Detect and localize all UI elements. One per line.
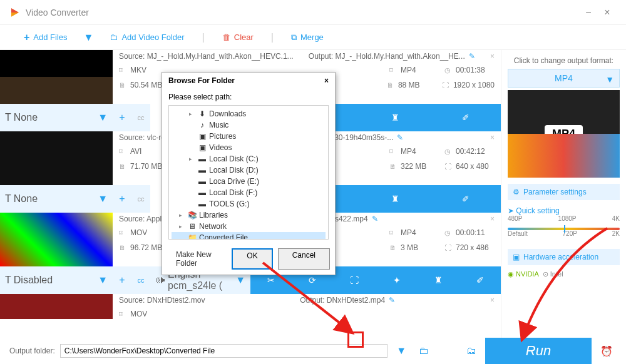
effects-icon[interactable]: ✦: [393, 275, 401, 285]
edit-icon[interactable]: ✎: [397, 133, 403, 142]
trash-icon: 🗑: [222, 33, 230, 42]
add-files-dropdown-icon[interactable]: ▼: [84, 32, 94, 43]
subtitle-select[interactable]: TNone▼: [0, 185, 113, 213]
parameter-settings-button[interactable]: ⚙Parameter settings: [508, 184, 620, 200]
dialog-cancel-button[interactable]: Cancel: [278, 248, 330, 270]
format-icon: ⌑: [119, 310, 128, 318]
close-button[interactable]: ×: [598, 7, 617, 18]
path-dropdown-icon[interactable]: ▼: [393, 345, 410, 356]
edit-icon[interactable]: ✎: [372, 215, 378, 223]
hardware-accel-button[interactable]: ▣Hardware acceleration: [508, 249, 620, 265]
browse-folder-icon[interactable]: 🗀: [415, 345, 433, 356]
clear-button[interactable]: 🗑Clear: [217, 30, 259, 44]
edit-pen-icon[interactable]: ✐: [462, 194, 470, 204]
remove-item-icon[interactable]: ×: [490, 133, 495, 142]
folder-tree[interactable]: ▸⬇Downloads♪Music▣Pictures▣Videos▸▬Local…: [168, 105, 329, 240]
tree-node[interactable]: ▸🖥Network: [172, 221, 326, 232]
chevron-down-icon: ▼: [605, 74, 614, 84]
video-thumbnail[interactable]: [0, 50, 113, 104]
expand-icon[interactable]: ▸: [179, 212, 185, 218]
output-size: 322 MB: [401, 162, 426, 171]
output-format: MP4: [401, 66, 416, 74]
tree-node[interactable]: ▸📚Libraries: [172, 210, 326, 221]
tree-node[interactable]: ♪Music: [172, 119, 326, 131]
add-files-button[interactable]: +Add Files: [19, 29, 73, 46]
edit-pen-icon[interactable]: ✐: [476, 275, 484, 285]
add-subtitle-button[interactable]: +: [113, 104, 131, 131]
edit-pen-icon[interactable]: ✐: [462, 113, 470, 123]
subtitle-select[interactable]: TDisabled▼: [0, 266, 113, 294]
edit-icon[interactable]: ✎: [469, 52, 475, 61]
output-format-select[interactable]: MP4▼: [508, 69, 620, 88]
slider-handle[interactable]: [564, 225, 565, 233]
tree-node[interactable]: ▸⬇Downloads: [172, 108, 326, 119]
expand-icon[interactable]: ▸: [179, 223, 185, 230]
output-format: MP4: [401, 228, 416, 237]
chevron-down-icon: ▼: [98, 193, 108, 205]
video-thumbnail[interactable]: [0, 131, 113, 185]
tree-node[interactable]: ▬Local Disk (F:): [172, 187, 326, 198]
quality-slider[interactable]: [508, 228, 620, 230]
video-thumbnail[interactable]: [0, 294, 113, 319]
output-size: 3 MB: [401, 243, 418, 252]
add-subtitle-button[interactable]: +: [113, 266, 131, 294]
add-subtitle-button[interactable]: +: [113, 185, 131, 213]
tree-node[interactable]: ▣Videos: [172, 142, 326, 153]
tree-node[interactable]: ▣Pictures: [172, 131, 326, 142]
merge-button[interactable]: ⧉Merge: [286, 30, 329, 45]
nvidia-logo: ◉ NVIDIA: [508, 270, 539, 278]
minimize-button[interactable]: −: [579, 7, 598, 18]
format-preview[interactable]: MP4: [508, 90, 620, 178]
titlebar: Video Converter − ×: [0, 0, 626, 25]
expand-icon[interactable]: ▸: [189, 111, 195, 117]
output-format: MP4: [401, 147, 416, 156]
subtitle-icon: T: [5, 275, 11, 286]
node-icon: ♪: [198, 121, 207, 129]
node-icon: 📚: [188, 211, 197, 220]
open-folder-icon[interactable]: 🗂: [463, 345, 480, 356]
node-label: Local Disk (D:): [209, 166, 259, 174]
node-icon: ▬: [198, 166, 207, 174]
tree-node[interactable]: ▬Loca Drive (E:): [172, 176, 326, 187]
rotate-icon[interactable]: ⟳: [309, 275, 316, 285]
node-label: Downloads: [209, 109, 246, 118]
cc-button[interactable]: cc: [131, 104, 150, 131]
crop-icon[interactable]: ⛶: [350, 275, 359, 285]
dialog-close-icon[interactable]: ×: [324, 76, 329, 85]
merge-icon: ⧉: [291, 33, 297, 43]
cut-icon[interactable]: ✂: [267, 275, 275, 285]
source-name: DNxHDtest2.mov: [147, 296, 205, 305]
cc-button[interactable]: cc: [131, 266, 150, 294]
output-folder-input[interactable]: [60, 344, 387, 358]
dialog-ok-button[interactable]: OK: [232, 248, 272, 270]
remove-item-icon[interactable]: ×: [490, 52, 495, 61]
tree-node[interactable]: ▸▬Local Disk (C:): [172, 153, 326, 164]
run-button[interactable]: Run: [485, 338, 592, 364]
expand-icon[interactable]: ▸: [189, 156, 195, 162]
node-icon: ▣: [198, 143, 207, 152]
size-icon: 🗎: [119, 244, 128, 251]
node-label: Local Disk (F:): [209, 188, 257, 197]
make-new-folder-button[interactable]: Make New Folder: [172, 248, 227, 270]
video-thumbnail[interactable]: [0, 213, 113, 266]
clock-icon: ◷: [444, 148, 453, 156]
app-title: Video Converter: [26, 8, 89, 18]
remove-item-icon[interactable]: ×: [490, 215, 495, 223]
watermark-icon[interactable]: ♜: [391, 113, 399, 123]
gpu-brands: ◉ NVIDIA ⊙ Intel: [508, 270, 620, 278]
node-label: TOOLS (G:): [209, 200, 249, 208]
tree-node[interactable]: ▬TOOLS (G:): [172, 198, 326, 210]
add-folder-button[interactable]: 🗀Add Video Folder: [105, 30, 189, 44]
watermark-icon[interactable]: ♜: [391, 194, 399, 204]
tree-node[interactable]: ▬Local Disk (D:): [172, 164, 326, 176]
remove-item-icon[interactable]: ×: [490, 296, 495, 305]
cc-button[interactable]: cc: [131, 185, 150, 213]
subtitle-select[interactable]: TNone▼: [0, 104, 113, 131]
output-label: Output:: [300, 296, 327, 305]
source-format: MOV: [130, 228, 147, 237]
format-hint: Click to change output format:: [508, 56, 620, 65]
tree-node[interactable]: 📁Converted File: [172, 232, 326, 240]
schedule-icon[interactable]: ⏰: [597, 345, 617, 357]
edit-icon[interactable]: ✎: [389, 296, 395, 305]
watermark-icon[interactable]: ♜: [434, 275, 443, 285]
